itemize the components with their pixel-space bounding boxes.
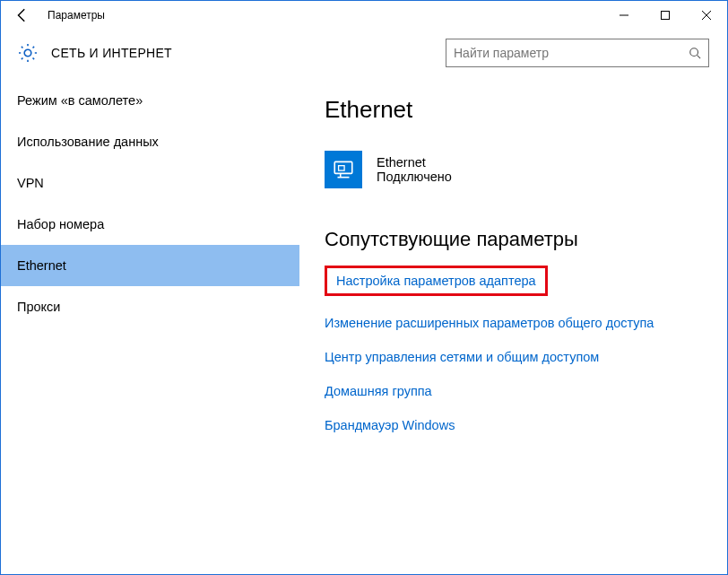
maximize-icon bbox=[661, 11, 670, 20]
related-link-2[interactable]: Центр управления сетями и общим доступом bbox=[325, 350, 599, 364]
body: Режим «в самолете»Использование данныхVP… bbox=[1, 76, 727, 574]
related-link-3[interactable]: Домашняя группа bbox=[325, 384, 432, 398]
connection-name: Ethernet bbox=[377, 155, 452, 170]
back-button[interactable] bbox=[1, 1, 44, 30]
window-controls bbox=[603, 1, 727, 30]
highlighted-link-box: Настройка параметров адаптера bbox=[325, 266, 548, 296]
header-row: СЕТЬ И ИНТЕРНЕТ Найти параметр bbox=[1, 30, 727, 76]
svg-point-4 bbox=[690, 48, 698, 57]
connection-status: Подключено bbox=[377, 170, 452, 184]
sidebar-item-5[interactable]: Прокси bbox=[1, 286, 299, 327]
svg-line-5 bbox=[698, 56, 701, 59]
search-placeholder: Найти параметр bbox=[454, 46, 689, 60]
settings-window: Параметры СЕТЬ И ИНТЕРНЕТ Найти параметр… bbox=[0, 0, 728, 575]
sidebar-item-1[interactable]: Использование данных bbox=[1, 121, 299, 162]
svg-rect-7 bbox=[339, 166, 345, 170]
related-link-0[interactable]: Настройка параметров адаптера bbox=[336, 274, 536, 288]
titlebar: Параметры bbox=[1, 1, 727, 30]
connection-text: Ethernet Подключено bbox=[377, 155, 452, 184]
search-icon bbox=[689, 47, 701, 59]
minimize-button[interactable] bbox=[603, 1, 645, 30]
window-title: Параметры bbox=[48, 9, 603, 22]
sidebar-item-0[interactable]: Режим «в самолете» bbox=[1, 80, 299, 121]
minimize-icon bbox=[620, 11, 628, 20]
related-link-1[interactable]: Изменение расширенных параметров общего … bbox=[325, 316, 654, 330]
related-heading: Сопутствующие параметры bbox=[325, 228, 706, 251]
category-title: СЕТЬ И ИНТЕРНЕТ bbox=[51, 46, 433, 60]
sidebar-item-4[interactable]: Ethernet bbox=[1, 245, 299, 286]
gear-icon bbox=[17, 42, 39, 64]
related-link-4[interactable]: Брандмауэр Windows bbox=[325, 418, 455, 432]
sidebar: Режим «в самолете»Использование данныхVP… bbox=[1, 76, 299, 574]
search-input[interactable]: Найти параметр bbox=[446, 39, 709, 67]
arrow-left-icon bbox=[14, 7, 30, 23]
maximize-button[interactable] bbox=[645, 1, 686, 30]
sidebar-item-2[interactable]: VPN bbox=[1, 162, 299, 204]
ethernet-icon bbox=[325, 151, 362, 188]
content-panel: Ethernet Ethernet Подключено Сопутствующ… bbox=[299, 76, 727, 574]
related-links: Настройка параметров адаптераИзменение р… bbox=[325, 266, 706, 432]
sidebar-item-3[interactable]: Набор номера bbox=[1, 204, 299, 245]
page-heading: Ethernet bbox=[325, 96, 706, 124]
close-icon bbox=[702, 11, 711, 20]
connection-item[interactable]: Ethernet Подключено bbox=[325, 151, 706, 188]
close-button[interactable] bbox=[686, 1, 727, 30]
svg-rect-6 bbox=[334, 161, 352, 173]
svg-rect-1 bbox=[662, 12, 670, 20]
